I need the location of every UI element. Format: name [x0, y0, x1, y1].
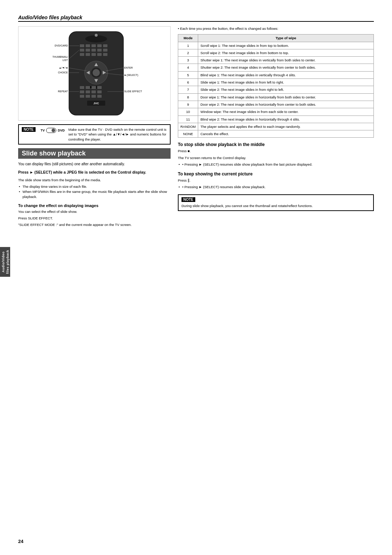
svg-rect-28 — [97, 86, 102, 89]
stop-press: Press ■. — [178, 149, 374, 154]
svg-point-24 — [93, 69, 100, 76]
note-label: NOTE — [22, 127, 36, 132]
note-text: Make sure that the TV · DVD switch on th… — [68, 127, 167, 142]
svg-rect-13 — [80, 53, 84, 56]
svg-rect-11 — [97, 49, 102, 52]
svg-rect-8 — [80, 49, 84, 52]
table-type-cell: Shutter wipe 2: The next image slides in… — [198, 64, 374, 71]
table-row: 1Scroll wipe 1: The next image slides in… — [178, 42, 374, 49]
stop-bullet: • Pressing ► (SELECT) resumes slide show… — [178, 162, 374, 167]
tv-dvd-switch: TV DVD — [41, 128, 65, 133]
table-mode-cell: 2 — [178, 49, 198, 56]
table-mode-cell: 3 — [178, 57, 198, 64]
instruction-bold: Press ► (SELECT) while a JPEG file is se… — [18, 170, 171, 175]
svg-rect-32 — [97, 90, 102, 93]
table-type-cell: Door wipe 1: The next image slides in ho… — [198, 93, 374, 101]
table-mode-cell: 10 — [178, 108, 198, 116]
svg-text:REPEAT: REPEAT — [58, 90, 68, 93]
keep-press: Press ‖. — [178, 178, 374, 183]
svg-rect-9 — [86, 49, 90, 52]
table-row: 10Window wipe: The next image slides in … — [178, 108, 374, 116]
svg-rect-35 — [91, 95, 96, 98]
remote-image: JVC DVD/CARD THUMBNAIL/ LIST ▲/▼/◄ — [18, 26, 171, 121]
svg-rect-15 — [91, 53, 96, 56]
table-row: NONECancels the effect. — [178, 130, 374, 138]
svg-rect-5 — [91, 44, 96, 47]
svg-rect-34 — [86, 95, 90, 98]
svg-rect-7 — [103, 44, 107, 47]
bullet-2: When MP3/WMA files are in the same group… — [18, 189, 171, 200]
note-bottom-label: NOTE — [181, 197, 195, 202]
svg-rect-16 — [97, 53, 102, 56]
switch-oval — [46, 128, 56, 133]
table-row: 8Door wipe 1: The next image slides in h… — [178, 93, 374, 101]
svg-rect-17 — [103, 53, 107, 56]
sidebar-tab: Audio/Video files playback — [0, 247, 10, 277]
svg-point-2 — [95, 34, 98, 37]
switch-oval-dot — [52, 129, 55, 132]
table-mode-cell: 11 — [178, 116, 198, 123]
table-type-cell: Slide wipe 1: The next image slides in f… — [198, 79, 374, 86]
svg-text:JVC: JVC — [93, 102, 99, 105]
svg-rect-30 — [86, 90, 90, 93]
svg-text:►(SELECT): ►(SELECT) — [124, 74, 138, 77]
section-title: Audio/Video files playback — [18, 15, 374, 20]
table-row: RANDOMThe player selects and applies the… — [178, 123, 374, 130]
each-time-text: • Each time you press the button, the ef… — [178, 26, 374, 31]
change-effect-text2: Press SLIDE EFFECT. — [18, 216, 171, 221]
body-text: The slide show starts from the beginning… — [18, 178, 171, 183]
main-content: JVC DVD/CARD THUMBNAIL/ LIST ▲/▼/◄ — [18, 26, 374, 229]
slide-show-title-text: Slide show playback — [22, 150, 86, 157]
table-mode-cell: RANDOM — [178, 123, 198, 130]
svg-text:DVD/CARD: DVD/CARD — [54, 44, 68, 47]
change-effect-text1: You can select the effect of slide show. — [18, 209, 171, 214]
svg-rect-3 — [80, 44, 84, 47]
table-row: 11Blind wipe 2: The next image slides in… — [178, 116, 374, 123]
section-header: Audio/Video files playback — [18, 15, 374, 22]
table-row: 5Blind wipe 1: The next image slides in … — [178, 71, 374, 78]
svg-rect-25 — [80, 86, 84, 89]
bullet-1: The display time varies in size of each … — [18, 184, 171, 189]
table-mode-cell: 1 — [178, 42, 198, 49]
table-type-cell: Scroll wipe 2: The next image slides in … — [198, 49, 374, 56]
dvd-label: DVD — [58, 129, 65, 132]
svg-rect-4 — [86, 44, 90, 47]
keep-bullet: • Pressing ► (SELECT) resumes slide show… — [178, 185, 374, 190]
svg-rect-10 — [91, 49, 96, 52]
svg-rect-33 — [80, 95, 84, 98]
table-type-cell: Blind wipe 1: The next image slides in v… — [198, 71, 374, 78]
change-effect-heading: To change the effect on displaying image… — [18, 203, 171, 208]
sidebar-label-1: Audio/Video — [1, 251, 5, 272]
svg-text:■: ■ — [90, 85, 92, 89]
change-effect-text3: "SLIDE EFFECT MODE :" and the current mo… — [18, 222, 171, 227]
svg-text:SLIDE EFFECT: SLIDE EFFECT — [124, 90, 142, 93]
table-type-cell: Blind wipe 2: The next image slides in h… — [198, 116, 374, 123]
svg-rect-12 — [103, 49, 107, 52]
table-mode-cell: 4 — [178, 64, 198, 71]
stop-playback-section: To stop slide show playback in the middl… — [178, 142, 374, 167]
stop-heading: To stop slide show playback in the middl… — [178, 142, 374, 147]
svg-rect-26 — [86, 86, 90, 89]
table-col1-header: Mode — [178, 35, 198, 42]
svg-rect-29 — [80, 90, 84, 93]
table-type-cell: Cancels the effect. — [198, 130, 374, 138]
svg-rect-6 — [97, 44, 102, 47]
table-row: 4Shutter wipe 2: The next image slides i… — [178, 64, 374, 71]
table-type-cell: Shutter wipe 1: The next image slides in… — [198, 57, 374, 64]
table-type-cell: Scroll wipe 1: The next image slides in … — [198, 42, 374, 49]
svg-text:▲/▼/◄: ▲/▼/◄ — [59, 66, 68, 69]
table-type-cell: Slide wipe 2: The next image slides in f… — [198, 86, 374, 93]
table-mode-cell: 5 — [178, 71, 198, 78]
keep-heading: To keep showing the current picture — [178, 171, 374, 177]
keep-showing-section: To keep showing the current picture Pres… — [178, 171, 374, 190]
note-bottom-text: During slide show playback, you cannot u… — [181, 203, 370, 208]
intro-text: You can display files (still pictures) o… — [18, 162, 171, 167]
left-column: JVC DVD/CARD THUMBNAIL/ LIST ▲/▼/◄ — [18, 26, 171, 229]
table-row: 7Slide wipe 2: The next image slides in … — [178, 86, 374, 93]
note-box-bottom: NOTE During slide show playback, you can… — [178, 194, 374, 211]
note-box: NOTE TV DVD Make sure that the TV · DVD … — [18, 124, 171, 145]
table-row: 9Door wipe 2: The next image slides in h… — [178, 101, 374, 108]
svg-text:THUMBNAIL/: THUMBNAIL/ — [53, 56, 68, 58]
right-column: • Each time you press the button, the ef… — [178, 26, 374, 229]
svg-text:ENTER: ENTER — [124, 66, 133, 69]
